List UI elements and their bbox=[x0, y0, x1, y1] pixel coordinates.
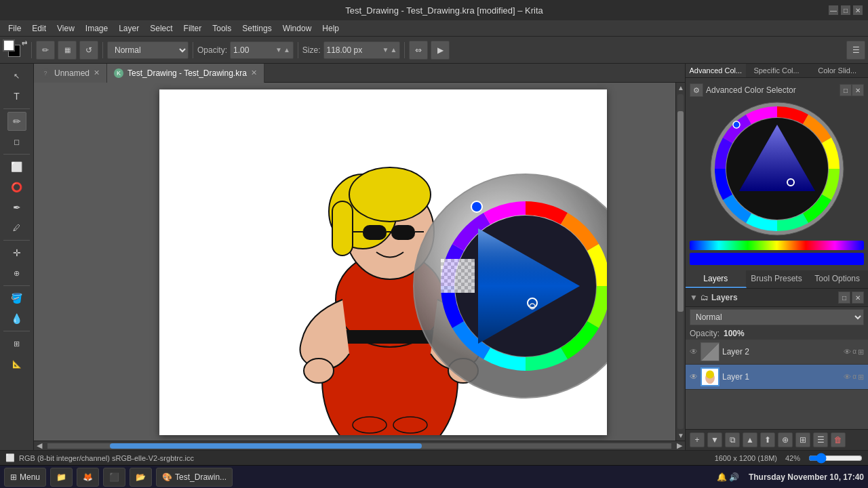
active-color-display[interactable] bbox=[690, 253, 864, 265]
tool-freehand-brush[interactable]: ✏ bbox=[7, 112, 26, 131]
layer-item-layer2[interactable]: 👁 Layer 2 👁 α ⊞ bbox=[686, 340, 868, 365]
merge-layer-button[interactable]: ⊕ bbox=[778, 432, 793, 447]
layers-blend-mode[interactable]: Normal Multiply Screen bbox=[690, 309, 864, 325]
tool-select-rect[interactable]: ↖ bbox=[7, 66, 26, 85]
taskbar-files-button[interactable]: 📁 bbox=[50, 468, 73, 487]
color-gradient-bar[interactable] bbox=[690, 241, 864, 250]
menu-layer[interactable]: Layer bbox=[113, 22, 144, 35]
vscroll-thumb[interactable] bbox=[677, 111, 684, 312]
color-wheel-svg[interactable] bbox=[709, 101, 845, 237]
maximize-button[interactable]: □ bbox=[841, 5, 850, 15]
layer2-alpha-icon[interactable]: α bbox=[852, 348, 856, 357]
brush-presets-button[interactable]: ▦ bbox=[58, 41, 77, 60]
settings-button[interactable]: ☰ bbox=[846, 41, 865, 60]
color-wheel-container[interactable] bbox=[690, 101, 864, 237]
layer-up2-arrow[interactable]: ⬆ bbox=[760, 432, 775, 447]
menu-select[interactable]: Select bbox=[144, 22, 178, 35]
color-close-button[interactable]: ✕ bbox=[852, 84, 864, 96]
blend-mode-select[interactable]: Normal Multiply Screen Overlay bbox=[107, 41, 189, 59]
tool-assistant[interactable]: ⊞ bbox=[7, 334, 26, 353]
hscroll-track[interactable] bbox=[47, 443, 671, 449]
foreground-color-swatch[interactable] bbox=[3, 39, 15, 52]
opacity-down-arrow[interactable]: ▼ bbox=[275, 46, 282, 54]
layer2-visibility-icon[interactable]: 👁 bbox=[690, 347, 698, 357]
horizontal-scrollbar[interactable]: ◀ ▶ bbox=[34, 441, 685, 450]
tool-transform[interactable]: ✛ bbox=[7, 243, 26, 262]
taskbar-filemanager-button[interactable]: 📂 bbox=[130, 468, 152, 487]
color-settings-icon[interactable]: ⚙ bbox=[690, 83, 703, 97]
layer1-alpha-icon[interactable]: α bbox=[852, 373, 856, 382]
hscroll-thumb[interactable] bbox=[110, 443, 422, 449]
color-tab-specific[interactable]: Specific Col... bbox=[747, 64, 808, 77]
menu-settings[interactable]: Settings bbox=[237, 22, 277, 35]
size-up-arrow[interactable]: ▲ bbox=[390, 46, 397, 54]
menu-window[interactable]: Window bbox=[277, 22, 317, 35]
vertical-scrollbar[interactable]: ▲ ▼ bbox=[675, 83, 685, 441]
panel-tab-layers[interactable]: Layers bbox=[686, 270, 747, 288]
vscroll-up-arrow[interactable]: ▲ bbox=[676, 83, 685, 93]
taskbar-browser-button[interactable]: 🦊 bbox=[77, 468, 99, 487]
color-tab-advanced[interactable]: Advanced Col... bbox=[686, 64, 747, 77]
tool-measure[interactable]: 📐 bbox=[7, 354, 26, 373]
tool-ellipse-select[interactable]: ⭕ bbox=[7, 178, 26, 197]
tool-text[interactable]: T bbox=[7, 87, 26, 106]
layers-expand-icon[interactable]: ▼ bbox=[690, 293, 698, 302]
taskbar-krita-button[interactable]: 🎨 Test_Drawin... bbox=[156, 468, 233, 487]
tool-rect-select[interactable]: ⬜ bbox=[7, 157, 26, 176]
layer-up-arrow[interactable]: ▲ bbox=[743, 432, 757, 447]
brush-options-button[interactable]: ↺ bbox=[79, 41, 98, 60]
tab-close-test[interactable]: ✕ bbox=[251, 68, 257, 77]
menu-tools[interactable]: Tools bbox=[207, 22, 237, 35]
zoom-slider[interactable] bbox=[808, 453, 863, 464]
tab-test-drawing[interactable]: K Test_Drawing - Test_Drawing.kra ✕ bbox=[107, 64, 264, 83]
layer2-lock-icon[interactable]: ⊞ bbox=[858, 348, 864, 357]
opacity-up-arrow[interactable]: ▲ bbox=[283, 46, 290, 54]
swap-colors-icon[interactable]: ⇄ bbox=[22, 39, 27, 47]
layers-close-button[interactable]: ✕ bbox=[852, 291, 864, 304]
duplicate-layer-button[interactable]: ⧉ bbox=[725, 432, 740, 447]
layer-item-layer1[interactable]: 👁 Layer 1 👁 α ⊞ bbox=[686, 365, 868, 390]
mirror-vertical-button[interactable]: ▶ bbox=[431, 41, 450, 60]
layer1-visibility-icon[interactable]: 👁 bbox=[690, 372, 698, 382]
menu-image[interactable]: Image bbox=[80, 22, 113, 35]
menu-filter[interactable]: Filter bbox=[178, 22, 208, 35]
hscroll-left-arrow[interactable]: ◀ bbox=[34, 441, 45, 450]
color-expand-button[interactable]: □ bbox=[840, 84, 852, 96]
menu-edit[interactable]: Edit bbox=[26, 22, 52, 35]
tab-close-unnamed[interactable]: ✕ bbox=[94, 68, 100, 77]
panel-tab-tool-options[interactable]: Tool Options bbox=[807, 270, 868, 288]
close-button[interactable]: ✕ bbox=[853, 5, 863, 15]
flatten-layer-button[interactable]: ⊞ bbox=[795, 432, 810, 447]
menu-file[interactable]: File bbox=[3, 22, 26, 35]
tool-freehand-select[interactable]: ✒ bbox=[7, 198, 26, 217]
tool-fill[interactable]: 🪣 bbox=[7, 289, 26, 308]
color-tab-sliders[interactable]: Color Slid... bbox=[807, 64, 868, 77]
mirror-horizontal-button[interactable]: ⇔ bbox=[409, 41, 428, 60]
layer2-eye-icon[interactable]: 👁 bbox=[844, 348, 851, 357]
taskbar-menu-button[interactable]: ⊞ Menu bbox=[4, 468, 46, 487]
menu-view[interactable]: View bbox=[52, 22, 80, 35]
brush-tool-button[interactable]: ✏ bbox=[36, 41, 55, 60]
vscroll-track[interactable] bbox=[677, 94, 684, 429]
layer1-lock-icon[interactable]: ⊞ bbox=[858, 373, 864, 382]
opacity-input[interactable] bbox=[233, 45, 274, 55]
canvas-drawing-area[interactable] bbox=[159, 89, 607, 435]
layer-options-button[interactable]: ☰ bbox=[813, 432, 828, 447]
canvas-viewport[interactable]: ▲ ▼ bbox=[34, 83, 685, 441]
layers-expand-button[interactable]: □ bbox=[838, 291, 850, 304]
delete-layer-button[interactable]: 🗑 bbox=[831, 432, 846, 447]
hscroll-right-arrow[interactable]: ▶ bbox=[674, 441, 685, 450]
panel-tab-brush-presets[interactable]: Brush Presets bbox=[747, 270, 808, 288]
size-input[interactable] bbox=[327, 45, 381, 55]
tool-move[interactable]: ⊕ bbox=[7, 264, 26, 283]
taskbar-terminal-button[interactable]: ⬛ bbox=[103, 468, 125, 487]
add-layer-button[interactable]: + bbox=[690, 432, 705, 447]
tool-eyedropper[interactable]: 💧 bbox=[7, 309, 26, 328]
tool-eraser[interactable]: ◻ bbox=[7, 132, 26, 151]
size-down-arrow[interactable]: ▼ bbox=[382, 46, 389, 54]
vscroll-down-arrow[interactable]: ▼ bbox=[676, 430, 685, 441]
menu-help[interactable]: Help bbox=[317, 22, 344, 35]
layer-down-arrow[interactable]: ▼ bbox=[707, 432, 722, 447]
tab-unnamed[interactable]: ? Unnamed ✕ bbox=[34, 64, 107, 83]
minimize-button[interactable]: — bbox=[829, 5, 838, 15]
